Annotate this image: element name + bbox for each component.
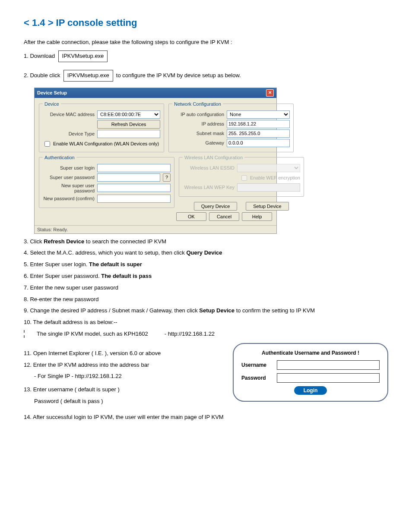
dash-bullet-icon	[24, 330, 29, 338]
step-9: 9. Change the desired IP address / Subne…	[24, 306, 388, 315]
step-9b: Setup Device	[199, 307, 235, 314]
step-6: 6. Enter Super user password. The defaul…	[24, 272, 388, 281]
step-5b: The default is super	[89, 261, 142, 268]
type-label: Device Type	[43, 131, 95, 136]
page-title: < 1.4 > IP console setting	[24, 17, 388, 28]
wep-label: Enable WEP encryption	[250, 175, 300, 180]
subnet-label: Subnet mask	[172, 131, 224, 136]
step-13: 13. Enter username ( default is super )	[24, 385, 216, 394]
su-login-field[interactable]	[97, 164, 171, 172]
file-box-download: IPKVMsetup.exe	[58, 50, 108, 62]
essid-select	[237, 164, 300, 172]
step-4b: Query Device	[186, 249, 222, 256]
step-6a: 6. Enter Super user password.	[24, 273, 101, 279]
step-9a: 9. Change the desired IP address / Subne…	[24, 307, 199, 314]
step-14: 14. After successful login to IP KVM, th…	[24, 413, 388, 422]
step-3a: 3. Click	[24, 238, 44, 245]
auth-username-label: Username	[241, 362, 273, 368]
step-4a: 4. Select the M.A.C. address, which you …	[24, 249, 186, 256]
step-2: 2. Double click IPKVMsetup.exe to config…	[24, 70, 388, 82]
step-10-url: - http://192.168.1.22	[165, 330, 215, 339]
step-10-model: The single IP KVM model, such as KPH1602	[37, 330, 148, 339]
auth-password-label: Password	[241, 375, 273, 381]
step-3: 3. Click Refresh Device to search the co…	[24, 237, 388, 246]
new-pass2-label: New password (confirm)	[43, 196, 95, 201]
intro-text: After the cable connection, please take …	[24, 39, 388, 45]
device-setup-dialog: Device Setup ✕ Device Device MAC address…	[34, 88, 277, 234]
auth-group: Authentication Super user login Super us…	[39, 155, 174, 208]
mac-label: Device MAC address	[43, 112, 95, 117]
network-legend: Network Configuration	[172, 101, 223, 107]
wlan-legend: Wireless LAN Configuration	[183, 155, 244, 160]
step-10: 10. The default address is as below:--	[24, 318, 388, 327]
dialog-title: Device Setup	[37, 90, 67, 95]
mac-select[interactable]: C8:EE:08:00:00:7E	[97, 110, 160, 119]
gateway-label: Gateway	[172, 140, 224, 145]
dialog-title-bar: Device Setup ✕	[35, 88, 276, 98]
status-bar: Status: Ready.	[35, 225, 276, 233]
step-10-detail: The single IP KVM model, such as KPH1602…	[24, 330, 388, 339]
ipauto-label: IP auto configuration	[172, 112, 224, 117]
gateway-field[interactable]	[227, 139, 290, 147]
subnet-field[interactable]	[227, 129, 290, 138]
wlan-group: Wireless LAN Configuration Wireless LAN …	[179, 155, 304, 197]
ipaddr-label: IP address	[172, 121, 224, 126]
step-2-suffix: to configure the IP KVM by device setup …	[116, 72, 241, 79]
ok-button[interactable]: OK	[176, 212, 206, 221]
wep-checkbox	[241, 175, 247, 181]
su-login-label: Super user login	[43, 165, 95, 170]
device-type-field[interactable]	[97, 130, 160, 138]
step-1-prefix: 1. Download	[24, 53, 55, 59]
new-pass2-field[interactable]	[97, 195, 171, 203]
su-pass-label: Super user password	[43, 175, 95, 180]
essid-label: Wireless LAN ESSID	[183, 165, 235, 170]
help-icon-button[interactable]: ?	[163, 173, 171, 182]
network-group: Network Configuration IP auto configurat…	[168, 101, 294, 152]
wepkey-label: Wireless LAN WEP Key	[183, 185, 235, 190]
step-1: 1. Download IPKVMsetup.exe	[24, 50, 388, 62]
ipaddr-field[interactable]	[227, 120, 290, 128]
device-group: Device Device MAC address C8:EE:08:00:00…	[39, 101, 164, 152]
auth-username-field[interactable]	[277, 360, 380, 370]
wlan-config-label: Enable WLAN Configuration (WLAN Devices …	[53, 141, 159, 146]
new-pass-label: New super user password	[43, 183, 95, 193]
wlan-config-checkbox[interactable]	[44, 141, 50, 147]
close-icon[interactable]: ✕	[266, 89, 274, 97]
step-8: 8. Re-enter the new password	[24, 295, 388, 304]
query-device-button[interactable]: Query Device	[194, 202, 237, 211]
auth-panel-title: Authenticate Username and Password !	[241, 350, 380, 356]
su-pass-field[interactable]	[97, 173, 160, 182]
step-5a: 5. Enter Super user login.	[24, 261, 89, 268]
step-5: 5. Enter Super user login. The default i…	[24, 260, 388, 269]
step-2-prefix: 2. Double click	[24, 72, 60, 79]
cancel-button[interactable]: Cancel	[209, 212, 239, 221]
step-13b: Password ( default is pass )	[34, 397, 216, 406]
step-11: 11. Open Internet Explorer ( I.E. ), ver…	[24, 349, 216, 358]
new-pass-field[interactable]	[97, 184, 171, 192]
step-3c: to search the connected IP KVM	[84, 238, 166, 245]
auth-password-field[interactable]	[277, 373, 380, 383]
login-button[interactable]: Login	[294, 386, 327, 395]
auth-panel: Authenticate Username and Password ! Use…	[233, 343, 388, 402]
step-12: 12. Enter the IP KVM address into the ad…	[24, 361, 216, 370]
file-box-run: IPKVMsetup.exe	[63, 70, 113, 82]
ipauto-select[interactable]: None	[227, 110, 290, 119]
setup-device-button[interactable]: Setup Device	[246, 202, 289, 211]
wepkey-field	[237, 183, 300, 192]
help-button[interactable]: Help	[242, 212, 272, 221]
step-12b: - For Single IP - http://192.168.1.22	[34, 372, 216, 381]
device-legend: Device	[43, 101, 61, 107]
step-4: 4. Select the M.A.C. address, which you …	[24, 249, 388, 258]
refresh-devices-button[interactable]: Refresh Devices	[97, 120, 160, 129]
step-3b: Refresh Device	[44, 238, 84, 245]
step-7: 7. Enter the new super user password	[24, 283, 388, 293]
step-9c: to confirm the setting to IP KVM	[235, 307, 315, 314]
step-6b: The default is pass	[101, 273, 152, 279]
auth-legend: Authentication	[43, 155, 76, 160]
